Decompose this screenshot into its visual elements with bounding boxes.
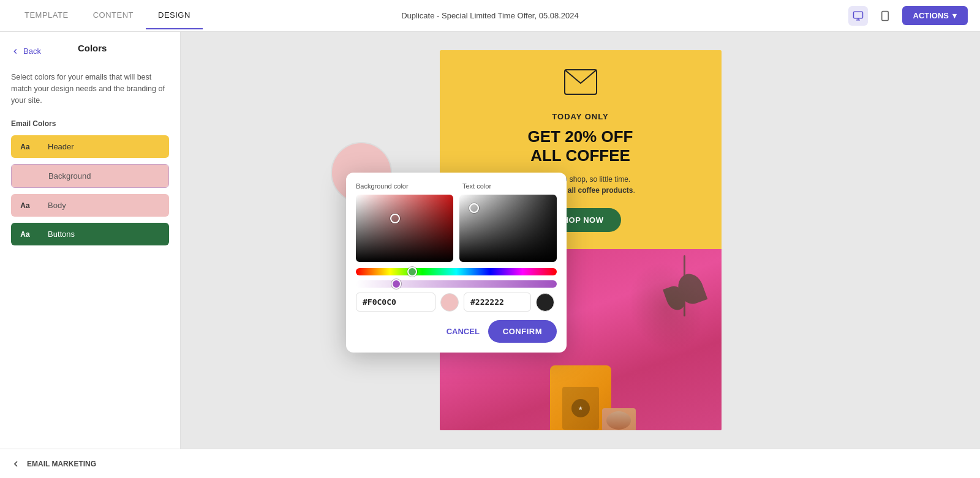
top-bar-right: ACTIONS ▾ (848, 6, 968, 26)
hue-bar-container (356, 268, 557, 275)
bg-picker-cursor (390, 214, 400, 223)
tab-content[interactable]: CONTENT (81, 2, 146, 29)
top-tabs: TEMPLATE CONTENT DESIGN (12, 2, 203, 29)
document-title: Duplicate - Special Limited Time Offer, … (401, 11, 579, 20)
body-label: Body (39, 194, 169, 217)
coffee-bag-label: ★ (562, 387, 599, 430)
desktop-icon[interactable] (848, 6, 868, 26)
text-gradient-picker[interactable] (459, 195, 557, 262)
buttons-swatch: Aa (11, 223, 39, 245)
canvas-area: Background color Text color (181, 32, 980, 449)
cancel-button[interactable]: CANCEL (447, 327, 480, 336)
email-colors-label: Email Colors (11, 119, 169, 128)
back-button[interactable]: Back (11, 47, 41, 56)
section-title: Colors (78, 43, 107, 53)
today-only-text: TODAY ONLY (458, 112, 703, 121)
bg-color-label: Background color (356, 182, 450, 190)
email-headline: GET 20% OFF ALL COFFEE (458, 127, 703, 165)
bg-color-preview (440, 293, 459, 312)
picker-actions: CANCEL CONFIRM (356, 320, 557, 343)
pickers-container (356, 195, 557, 262)
tab-design[interactable]: DESIGN (146, 2, 203, 29)
text-color-preview (536, 293, 554, 312)
top-bar: TEMPLATE CONTENT DESIGN Duplicate - Spec… (0, 0, 980, 32)
plant-decoration (660, 255, 709, 329)
buttons-label: Buttons (39, 223, 169, 245)
body-swatch: Aa (11, 194, 39, 217)
hex-inputs-row (356, 293, 557, 312)
sidebar: Back Colors Select colors for your email… (0, 32, 181, 449)
color-row-background[interactable]: Background (11, 164, 169, 188)
opacity-thumb (391, 279, 401, 289)
background-swatch (12, 165, 40, 187)
bg-gradient-picker[interactable] (356, 195, 453, 262)
color-row-body[interactable]: Aa Body (11, 194, 169, 217)
color-row-buttons[interactable]: Aa Buttons (11, 223, 169, 245)
color-picker-panel: Background color Text color (346, 173, 567, 353)
chevron-down-icon: ▾ (952, 11, 957, 20)
background-label: Background (40, 165, 168, 187)
email-envelope-icon (458, 69, 703, 101)
opacity-slider[interactable] (356, 280, 557, 288)
text-color-label: Text color (456, 182, 557, 190)
back-arrow-icon (11, 459, 21, 469)
flowers-left (452, 420, 501, 430)
hue-slider[interactable] (356, 268, 557, 275)
mobile-icon[interactable] (875, 6, 895, 26)
flowers-right (663, 427, 706, 430)
confirm-button[interactable]: CONFIRM (488, 320, 557, 343)
header-label: Header (39, 135, 169, 158)
main-layout: Back Colors Select colors for your email… (0, 32, 980, 449)
svg-rect-0 (853, 12, 862, 18)
bottom-nav-label: EMAIL MARKETING (27, 460, 96, 468)
bg-hex-input[interactable] (356, 293, 435, 312)
hue-thumb (407, 267, 417, 277)
picker-labels: Background color Text color (356, 182, 557, 190)
sidebar-description: Select colors for your emails that will … (11, 72, 169, 106)
bottom-nav[interactable]: EMAIL MARKETING (0, 449, 980, 478)
tab-template[interactable]: TEMPLATE (12, 2, 81, 29)
header-swatch: Aa (11, 135, 39, 158)
actions-button[interactable]: ACTIONS ▾ (902, 6, 968, 25)
text-picker-cursor (469, 203, 479, 213)
color-row-header[interactable]: Aa Header (11, 135, 169, 158)
text-hex-input[interactable] (464, 293, 531, 312)
coffee-cup (602, 408, 636, 430)
